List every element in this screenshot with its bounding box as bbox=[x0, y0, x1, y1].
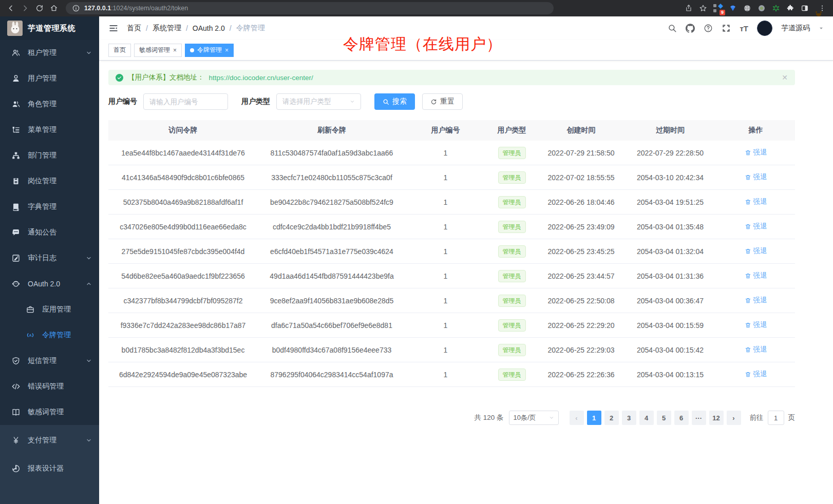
gem-extension-icon[interactable] bbox=[727, 3, 739, 14]
sidebar-item-部门管理[interactable]: 部门管理 bbox=[0, 143, 99, 168]
active-tab-dot bbox=[190, 48, 194, 52]
force-logout-button[interactable]: 强退 bbox=[745, 246, 767, 256]
sidebar-item-支付管理[interactable]: 支付管理 bbox=[0, 426, 99, 454]
sidebar-item-字典管理[interactable]: 字典管理 bbox=[0, 194, 99, 220]
evernote-star-icon[interactable] bbox=[770, 3, 782, 14]
force-logout-button[interactable]: 强退 bbox=[745, 320, 767, 329]
breadcrumb-item[interactable]: 首页 bbox=[127, 24, 141, 33]
next-page-button[interactable]: › bbox=[727, 411, 741, 425]
extension-tabgroups-icon[interactable]: 9 bbox=[712, 2, 724, 14]
chevron-down-icon[interactable] bbox=[819, 26, 824, 31]
sidebar-menu: 租户管理用户管理角色管理菜单管理部门管理岗位管理字典管理通知公告审计日志OAut… bbox=[0, 40, 99, 425]
force-logout-button[interactable]: 强退 bbox=[745, 296, 767, 305]
force-logout-button[interactable]: 强退 bbox=[745, 222, 767, 231]
tab-close-icon[interactable]: × bbox=[225, 47, 229, 53]
tab-首页[interactable]: 首页 bbox=[108, 44, 131, 57]
app-logo-row[interactable]: 芋道管理系统 bbox=[0, 16, 99, 40]
sidebar-item-label: 通知公告 bbox=[28, 228, 56, 237]
command-extension-icon[interactable] bbox=[742, 3, 753, 14]
page-button-12[interactable]: 12 bbox=[709, 411, 724, 425]
page-button-5[interactable]: 5 bbox=[657, 411, 671, 425]
sidebar-item-岗位管理[interactable]: 岗位管理 bbox=[0, 168, 99, 194]
force-logout-button[interactable]: 强退 bbox=[745, 172, 767, 182]
sidebar-item-通知公告[interactable]: 通知公告 bbox=[0, 220, 99, 245]
sidebar-item-label: 敏感词管理 bbox=[28, 408, 64, 417]
sidebar-item-用户管理[interactable]: 用户管理 bbox=[0, 66, 99, 91]
page-button-6[interactable]: 6 bbox=[674, 411, 689, 425]
expire-time-cell: 2054-03-04 00:13:15 bbox=[624, 371, 716, 379]
goto-page-input[interactable] bbox=[768, 411, 784, 425]
sidebar-item-错误码管理[interactable]: 错误码管理 bbox=[0, 374, 99, 399]
alert-close-icon[interactable]: ✕ bbox=[782, 73, 788, 82]
sidebar-item-应用管理[interactable]: 应用管理 bbox=[0, 297, 99, 322]
force-logout-button[interactable]: 强退 bbox=[745, 148, 767, 157]
sidebar-item-敏感词管理[interactable]: 敏感词管理 bbox=[0, 399, 99, 425]
sidebar-item-审计日志[interactable]: 审计日志 bbox=[0, 245, 99, 271]
page-button-4[interactable]: 4 bbox=[639, 411, 654, 425]
pager-ellipsis[interactable]: ··· bbox=[692, 411, 706, 425]
force-logout-button[interactable]: 强退 bbox=[745, 345, 767, 354]
user-type-select[interactable]: 请选择用户类型 bbox=[276, 93, 361, 110]
sidebar-item-OAuth 2.0[interactable]: OAuth 2.0 bbox=[0, 271, 99, 297]
user-type-cell: 管理员 bbox=[485, 245, 538, 258]
user-id-cell: 1 bbox=[406, 223, 485, 231]
avatar[interactable] bbox=[757, 21, 772, 36]
force-logout-button[interactable]: 强退 bbox=[745, 370, 767, 379]
sidebar-item-短信管理[interactable]: 短信管理 bbox=[0, 348, 99, 374]
force-logout-button[interactable]: 强退 bbox=[745, 197, 767, 206]
token-table: 访问令牌刷新令牌用户编号用户类型创建时间过期时间操作 1ea5e44f8bc14… bbox=[108, 120, 795, 387]
help-icon[interactable] bbox=[704, 24, 713, 33]
sidebar-item-报表设计器[interactable]: 报表设计器 bbox=[0, 454, 99, 482]
browser-back-icon[interactable] bbox=[5, 3, 16, 14]
breadcrumb-separator: / bbox=[230, 24, 232, 32]
reset-button[interactable]: 重置 bbox=[422, 93, 463, 110]
share-icon[interactable] bbox=[683, 3, 694, 14]
column-header: 操作 bbox=[716, 126, 795, 135]
action-cell: 强退 bbox=[716, 345, 795, 355]
user-type-cell: 管理员 bbox=[485, 270, 538, 282]
username[interactable]: 芋道源码 bbox=[781, 24, 810, 33]
page-button-2[interactable]: 2 bbox=[604, 411, 619, 425]
table-row: c342377bf8b344799dcbf7bf095287f29ce8ef2a… bbox=[108, 288, 795, 313]
user-id-input[interactable] bbox=[143, 93, 228, 110]
force-logout-button[interactable]: 强退 bbox=[745, 271, 767, 280]
expire-time-cell: 2054-03-04 01:32:04 bbox=[624, 247, 716, 256]
tab-敏感词管理[interactable]: 敏感词管理× bbox=[134, 44, 182, 57]
font-size-icon[interactable]: тT bbox=[740, 24, 748, 33]
breadcrumb-item[interactable]: OAuth 2.0 bbox=[193, 24, 225, 32]
page-button-3[interactable]: 3 bbox=[622, 411, 636, 425]
search-icon[interactable] bbox=[668, 24, 677, 33]
page-button-1[interactable]: 1 bbox=[587, 411, 601, 425]
address-bar[interactable]: 127.0.0.1:1024/system/oauth2/token bbox=[66, 2, 554, 14]
split-window-icon[interactable] bbox=[799, 3, 810, 14]
site-info-icon[interactable] bbox=[72, 3, 80, 14]
browser-reload-icon[interactable] bbox=[34, 3, 45, 14]
column-header: 访问令牌 bbox=[108, 126, 258, 135]
collapse-sidebar-icon[interactable] bbox=[108, 23, 119, 33]
bookmark-star-icon[interactable] bbox=[697, 3, 709, 14]
github-icon[interactable] bbox=[686, 24, 695, 33]
tab-令牌管理[interactable]: 令牌管理× bbox=[185, 44, 234, 57]
user-type-cell: 管理员 bbox=[485, 221, 538, 233]
prev-page-button[interactable]: ‹ bbox=[570, 411, 584, 425]
page-size-select[interactable]: 10条/页 bbox=[509, 411, 559, 425]
sidebar-item-角色管理[interactable]: 角色管理 bbox=[0, 91, 99, 117]
access-token-cell: c342377bf8b344799dcbf7bf095287f2 bbox=[108, 297, 258, 305]
table-row: 1ea5e44f8bc1467aaede43144f31de76811c5304… bbox=[108, 141, 795, 165]
browser-home-icon[interactable] bbox=[48, 3, 60, 14]
breadcrumb-item[interactable]: 系统管理 bbox=[153, 24, 181, 33]
browser-forward-icon[interactable] bbox=[20, 3, 31, 14]
fullscreen-icon[interactable] bbox=[722, 24, 731, 33]
oauth-robot-icon bbox=[11, 279, 21, 288]
sidebar-item-租户管理[interactable]: 租户管理 bbox=[0, 40, 99, 66]
dict-book-icon bbox=[11, 202, 21, 211]
doc-link[interactable]: https://doc.iocoder.cn/user-center/ bbox=[209, 74, 313, 82]
search-button[interactable]: 搜索 bbox=[374, 93, 415, 110]
sidebar-item-令牌管理[interactable]: A令牌管理 bbox=[0, 322, 99, 348]
dot-extension-icon[interactable] bbox=[756, 3, 767, 14]
sidebar-item-菜单管理[interactable]: 菜单管理 bbox=[0, 117, 99, 143]
browser-menu-dots-icon[interactable] bbox=[817, 3, 828, 14]
extensions-puzzle-icon[interactable] bbox=[785, 3, 796, 14]
expire-time-cell: 2022-07-29 22:28:50 bbox=[624, 149, 716, 157]
tab-close-icon[interactable]: × bbox=[173, 47, 177, 53]
